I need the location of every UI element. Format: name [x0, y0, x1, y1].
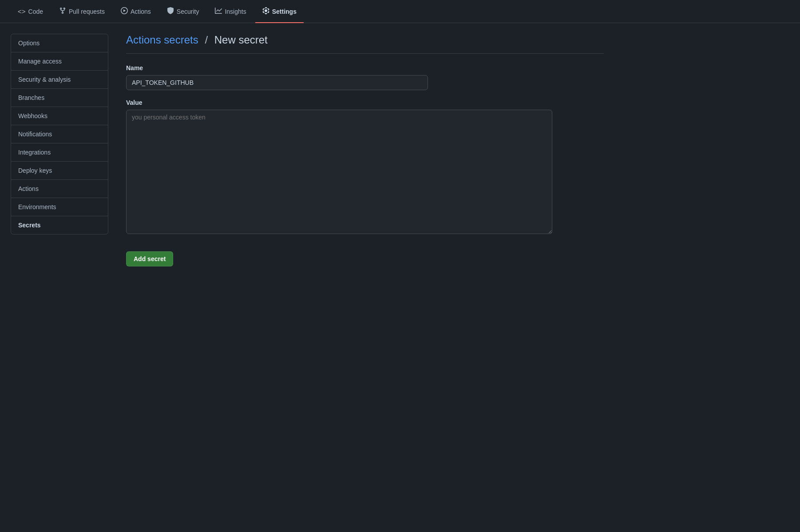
sidebar-item-notifications[interactable]: Notifications [11, 125, 108, 143]
value-container [126, 110, 552, 235]
value-textarea[interactable] [126, 110, 552, 234]
main-layout: Options Manage access Security & analysi… [0, 23, 622, 277]
sidebar-item-label-deploy-keys: Deploy keys [18, 167, 52, 174]
code-icon: <> [18, 8, 26, 15]
sidebar-item-integrations[interactable]: Integrations [11, 143, 108, 162]
page-title: Actions secrets / New secret [126, 34, 604, 54]
nav-label-insights: Insights [225, 8, 246, 15]
sidebar-item-security-analysis[interactable]: Security & analysis [11, 71, 108, 89]
sidebar-item-secrets[interactable]: Secrets [11, 216, 108, 234]
security-icon [167, 7, 174, 16]
nav-label-pull-requests: Pull requests [69, 8, 105, 15]
actions-icon [121, 7, 128, 16]
pull-request-icon [59, 7, 66, 16]
name-label: Name [126, 64, 604, 71]
value-form-group: Value [126, 99, 604, 235]
nav-item-settings[interactable]: Settings [255, 0, 304, 23]
sidebar-item-label-options: Options [18, 40, 40, 47]
breadcrumb-link[interactable]: Actions secrets [126, 34, 198, 46]
sidebar-item-actions[interactable]: Actions [11, 180, 108, 198]
add-secret-button[interactable]: Add secret [126, 251, 173, 266]
sidebar-item-label-manage-access: Manage access [18, 58, 62, 65]
insights-icon [215, 7, 222, 16]
name-input[interactable] [126, 75, 428, 90]
sidebar-item-branches[interactable]: Branches [11, 89, 108, 107]
sidebar-item-label-actions: Actions [18, 185, 39, 192]
top-nav: <> Code Pull requests Actions Security [0, 0, 800, 23]
sidebar-item-options[interactable]: Options [11, 34, 108, 52]
name-form-group: Name [126, 64, 604, 90]
nav-label-security: Security [177, 8, 199, 15]
sidebar-item-deploy-keys[interactable]: Deploy keys [11, 162, 108, 180]
nav-label-actions: Actions [131, 8, 151, 15]
content-area: Actions secrets / New secret Name Value … [119, 34, 611, 266]
sidebar-item-environments[interactable]: Environments [11, 198, 108, 216]
settings-icon [262, 7, 269, 16]
sidebar-item-label-branches: Branches [18, 94, 44, 101]
sidebar-item-label-webhooks: Webhooks [18, 112, 48, 119]
sidebar-item-label-environments: Environments [18, 203, 56, 210]
nav-item-code[interactable]: <> Code [11, 0, 50, 23]
sidebar-item-label-notifications: Notifications [18, 131, 52, 138]
sidebar-item-manage-access[interactable]: Manage access [11, 52, 108, 71]
sidebar: Options Manage access Security & analysi… [11, 34, 108, 234]
nav-item-actions[interactable]: Actions [114, 0, 158, 23]
nav-label-code: Code [28, 8, 43, 15]
sidebar-item-webhooks[interactable]: Webhooks [11, 107, 108, 125]
breadcrumb-current: New secret [214, 34, 268, 46]
sidebar-item-label-integrations: Integrations [18, 149, 51, 156]
sidebar-item-label-security-analysis: Security & analysis [18, 76, 71, 83]
nav-item-insights[interactable]: Insights [208, 0, 253, 23]
nav-item-pull-requests[interactable]: Pull requests [52, 0, 112, 23]
sidebar-item-label-secrets: Secrets [18, 222, 41, 229]
nav-label-settings: Settings [272, 8, 297, 15]
value-label: Value [126, 99, 604, 106]
nav-item-security[interactable]: Security [160, 0, 206, 23]
breadcrumb-separator: / [205, 34, 208, 46]
